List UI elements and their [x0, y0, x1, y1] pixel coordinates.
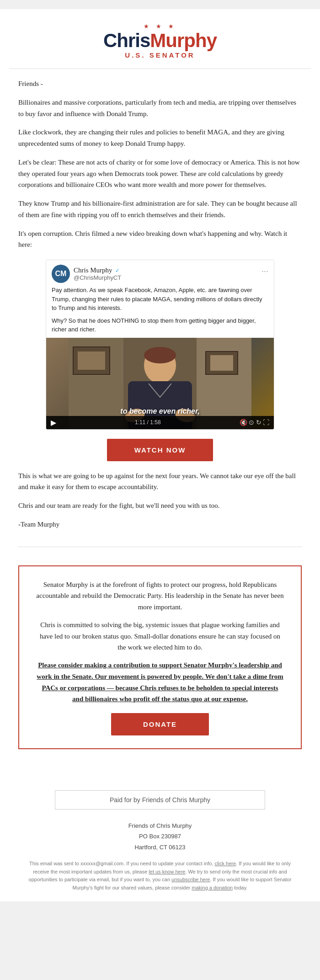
email-header: ★ ★ ★ ChrisMurphy U.S. SENATOR — [0, 9, 320, 69]
body-content: Friends - Billionaires and massive corpo… — [0, 69, 320, 547]
tweet-handle: @ChrisMurphyCT — [74, 274, 121, 281]
tweet-video-thumbnail[interactable]: to become even richer, ▶ 1:11 / 1:58 🔇 ⊙… — [46, 338, 274, 429]
video-controls-icons[interactable]: 🔇 ⊙ ↻ ⛶ — [240, 419, 270, 426]
logo-name: ChrisMurphy — [103, 31, 217, 50]
tweet-verified-icon: ✓ — [115, 267, 120, 274]
para-5: It's open corruption. Chris filmed a new… — [18, 228, 302, 251]
svg-point-8 — [144, 347, 176, 363]
donate-btn-wrapper: DONATE — [36, 713, 284, 735]
donation-link-text[interactable]: Please consider making a contribution to… — [36, 660, 284, 705]
footer-address: Friends of Chris Murphy PO Box 230987 Ha… — [18, 820, 302, 852]
footer-legal: This email was sent to xxxxxx@gmail.com.… — [18, 860, 302, 892]
logo-name-first: Chris — [103, 30, 150, 51]
paid-for-text: Paid for by Friends of Chris Murphy — [110, 796, 210, 804]
tweet-text-1: Pay attention. As we speak Facebook, Ama… — [46, 286, 274, 316]
para-4: They know Trump and his billionaire-firs… — [18, 198, 302, 221]
watch-now-button[interactable]: WATCH NOW — [107, 439, 213, 461]
donation-box: Senator Murphy is at the forefront of fi… — [18, 565, 302, 750]
video-play-button[interactable]: ▶ — [51, 418, 56, 427]
after-para-1: This is what we are going to be up again… — [18, 470, 302, 493]
tweet-header: CM Chris Murphy ✓ @ChrisMurphyCT ... — [46, 260, 274, 286]
donation-section: Senator Murphy is at the forefront of fi… — [0, 547, 320, 772]
svg-rect-4 — [78, 352, 105, 370]
tweet-text-2: Why? So that he does NOTHING to stop the… — [46, 316, 274, 338]
svg-rect-6 — [210, 355, 233, 371]
footer-po: PO Box 230987 — [18, 831, 302, 842]
after-para-2: Chris and our team are ready for the fig… — [18, 500, 302, 511]
video-overlay-text: to become even richer, — [120, 407, 199, 415]
footer-donation-link[interactable]: making a donation — [192, 885, 233, 890]
paid-for-box: Paid for by Friends of Chris Murphy — [55, 790, 265, 810]
tweet-embed: CM Chris Murphy ✓ @ChrisMurphyCT ... Pay… — [46, 260, 274, 430]
tweet-name: Chris Murphy ✓ — [74, 266, 121, 274]
logo-title: U.S. SENATOR — [103, 51, 217, 59]
donate-button[interactable]: DONATE — [111, 713, 209, 735]
para-3: Let's be clear: These are not acts of ch… — [18, 157, 302, 191]
footer-click-here-link[interactable]: click here — [215, 861, 236, 866]
footer-org: Friends of Chris Murphy — [18, 820, 302, 831]
after-para-3: -Team Murphy — [18, 519, 302, 530]
footer-let-us-know-link[interactable]: let us know here — [149, 869, 185, 874]
para-1: Billionaires and massive corporations, p… — [18, 97, 302, 120]
tweet-user: CM Chris Murphy ✓ @ChrisMurphyCT — [52, 265, 121, 283]
watch-now-wrapper: WATCH NOW — [18, 439, 302, 461]
footer-city: Hartford, CT 06123 — [18, 842, 302, 852]
footer-unsubscribe-link[interactable]: unsubscribe here — [171, 877, 210, 882]
greeting: Friends - — [18, 78, 302, 90]
logo-stars: ★ ★ ★ — [103, 23, 217, 30]
tweet-avatar: CM — [52, 265, 70, 283]
tweet-more-icon[interactable]: ... — [261, 265, 268, 274]
logo-name-last: Murphy — [150, 30, 217, 51]
logo: ★ ★ ★ ChrisMurphy U.S. SENATOR — [103, 23, 217, 59]
video-person-svg — [46, 338, 274, 429]
email-container: ★ ★ ★ ChrisMurphy U.S. SENATOR Friends -… — [0, 9, 320, 901]
tweet-name-block: Chris Murphy ✓ @ChrisMurphyCT — [74, 266, 121, 281]
para-2: Like clockwork, they are changing their … — [18, 127, 302, 149]
video-frame: to become even richer, — [46, 338, 274, 429]
donation-para-1: Senator Murphy is at the forefront of fi… — [36, 579, 284, 613]
donation-para-2: Chris is committed to solving the big, s… — [36, 619, 284, 653]
footer: Paid for by Friends of Chris Murphy Frie… — [0, 772, 320, 901]
video-time: 1:11 / 1:58 — [135, 419, 161, 426]
